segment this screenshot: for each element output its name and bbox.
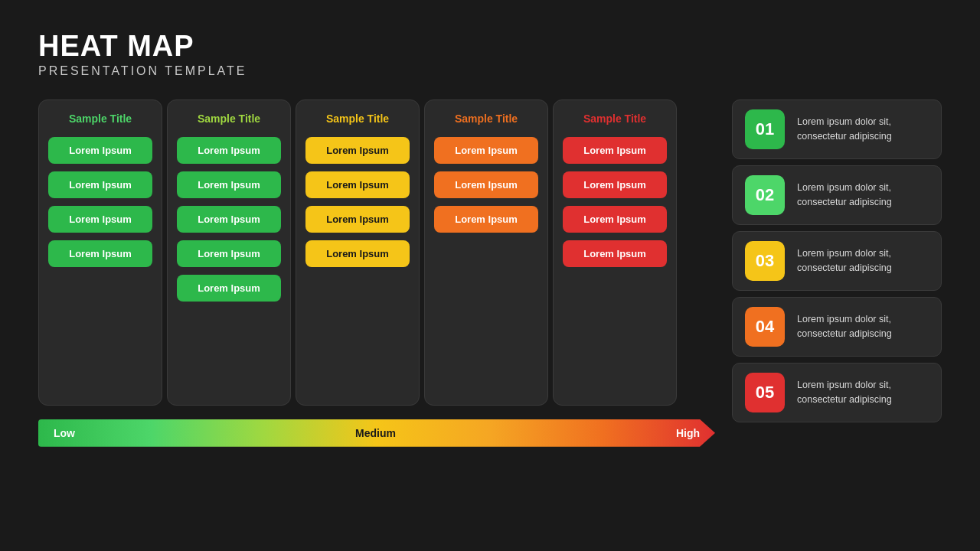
legend-container: Low Medium High <box>38 419 715 447</box>
hm-item[interactable]: Lorem Ipsum <box>177 171 281 198</box>
col-title-5: Sample Title <box>583 112 646 125</box>
legend-bar: Low Medium High <box>38 419 715 447</box>
hm-item[interactable]: Lorem Ipsum <box>177 206 281 233</box>
main-title: HEAT MAP <box>38 31 942 63</box>
legend-low: Low <box>54 427 75 439</box>
col-title-3: Sample Title <box>326 112 389 125</box>
col-items-3: Lorem IpsumLorem IpsumLorem IpsumLorem I… <box>305 137 410 267</box>
hm-item[interactable]: Lorem Ipsum <box>434 171 538 198</box>
hm-item[interactable]: Lorem Ipsum <box>563 137 667 164</box>
hm-item[interactable]: Lorem Ipsum <box>305 171 410 198</box>
hm-item[interactable]: Lorem Ipsum <box>177 137 281 164</box>
hm-item[interactable]: Lorem Ipsum <box>434 206 538 233</box>
number-badge-1: 01 <box>745 109 785 149</box>
hm-column-4: Sample TitleLorem IpsumLorem IpsumLorem … <box>424 99 548 406</box>
col-title-4: Sample Title <box>455 112 518 125</box>
hm-item[interactable]: Lorem Ipsum <box>305 137 410 164</box>
hm-item[interactable]: Lorem Ipsum <box>563 171 667 198</box>
hm-item[interactable]: Lorem Ipsum <box>305 240 410 267</box>
col-items-1: Lorem IpsumLorem IpsumLorem IpsumLorem I… <box>48 137 152 267</box>
right-panel: 01Lorem ipsum dolor sit, consectetur adi… <box>732 99 942 422</box>
hm-item[interactable]: Lorem Ipsum <box>434 137 538 164</box>
number-badge-3: 03 <box>745 241 785 281</box>
hm-column-2: Sample TitleLorem IpsumLorem IpsumLorem … <box>167 99 291 406</box>
sub-title: PRESENTATION TEMPLATE <box>38 64 942 78</box>
heatmap-columns: Sample TitleLorem IpsumLorem IpsumLorem … <box>38 99 715 406</box>
heatmap-area: Sample TitleLorem IpsumLorem IpsumLorem … <box>38 99 715 447</box>
col-items-2: Lorem IpsumLorem IpsumLorem IpsumLorem I… <box>177 137 281 302</box>
number-badge-2: 02 <box>745 175 785 215</box>
numbered-item-3: 03Lorem ipsum dolor sit, consectetur adi… <box>732 231 942 291</box>
hm-item[interactable]: Lorem Ipsum <box>563 206 667 233</box>
page-wrapper: HEAT MAP PRESENTATION TEMPLATE Sample Ti… <box>0 0 980 551</box>
item-text-5: Lorem ipsum dolor sit, consectetur adipi… <box>797 378 929 407</box>
hm-column-1: Sample TitleLorem IpsumLorem IpsumLorem … <box>38 99 162 406</box>
hm-item[interactable]: Lorem Ipsum <box>305 206 410 233</box>
hm-item[interactable]: Lorem Ipsum <box>48 137 152 164</box>
col-title-2: Sample Title <box>198 112 260 125</box>
hm-item[interactable]: Lorem Ipsum <box>48 240 152 267</box>
numbered-item-1: 01Lorem ipsum dolor sit, consectetur adi… <box>732 99 942 159</box>
hm-item[interactable]: Lorem Ipsum <box>48 206 152 233</box>
legend-medium: Medium <box>355 427 396 439</box>
numbered-item-2: 02Lorem ipsum dolor sit, consectetur adi… <box>732 165 942 225</box>
number-badge-4: 04 <box>745 307 785 347</box>
numbered-item-5: 05Lorem ipsum dolor sit, consectetur adi… <box>732 363 942 422</box>
hm-item[interactable]: Lorem Ipsum <box>177 275 281 302</box>
hm-column-5: Sample TitleLorem IpsumLorem IpsumLorem … <box>553 99 677 406</box>
legend-high: High <box>676 427 700 439</box>
hm-item[interactable]: Lorem Ipsum <box>177 240 281 267</box>
item-text-1: Lorem ipsum dolor sit, consectetur adipi… <box>797 115 929 144</box>
col-items-5: Lorem IpsumLorem IpsumLorem IpsumLorem I… <box>563 137 667 267</box>
item-text-2: Lorem ipsum dolor sit, consectetur adipi… <box>797 181 929 210</box>
item-text-3: Lorem ipsum dolor sit, consectetur adipi… <box>797 246 929 276</box>
numbered-item-4: 04Lorem ipsum dolor sit, consectetur adi… <box>732 297 942 357</box>
number-badge-5: 05 <box>745 373 785 412</box>
hm-item[interactable]: Lorem Ipsum <box>563 240 667 267</box>
hm-column-3: Sample TitleLorem IpsumLorem IpsumLorem … <box>296 99 420 406</box>
hm-item[interactable]: Lorem Ipsum <box>48 171 152 198</box>
col-items-4: Lorem IpsumLorem IpsumLorem Ipsum <box>434 137 538 233</box>
header: HEAT MAP PRESENTATION TEMPLATE <box>38 31 942 78</box>
content-area: Sample TitleLorem IpsumLorem IpsumLorem … <box>38 99 942 447</box>
item-text-4: Lorem ipsum dolor sit, consectetur adipi… <box>797 312 929 341</box>
col-title-1: Sample Title <box>69 112 132 125</box>
